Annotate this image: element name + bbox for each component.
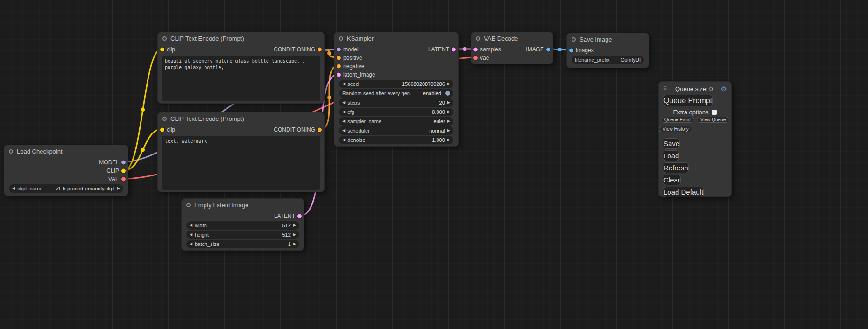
slot-row: negative [334, 62, 458, 70]
settings-gear-icon[interactable]: ⚙ [721, 85, 727, 92]
decrement-icon[interactable]: ◀ [190, 242, 192, 246]
queue-size-label: Queue size: 0 [667, 85, 721, 92]
node-load-checkpoint[interactable]: Load Checkpoint MODEL CLIP VAE ◀ ckpt_na… [4, 145, 128, 196]
view-history-button[interactable]: View History [659, 126, 692, 132]
conditioning-output-dot[interactable] [318, 48, 322, 52]
load-button[interactable]: Load [663, 150, 679, 161]
images-input-dot[interactable] [569, 49, 573, 53]
decrement-icon[interactable]: ◀ [342, 110, 345, 114]
sampler-name-widget[interactable]: ◀ sampler_name euler ▶ [339, 117, 453, 126]
increment-icon[interactable]: ▶ [117, 187, 120, 190]
width-widget[interactable]: ◀ width 512 ▶ [186, 221, 299, 230]
node-clip-text-encode-negative[interactable]: CLIP Text Encode (Prompt) clip CONDITION… [157, 112, 325, 192]
node-title-bar[interactable]: Empty Latent Image [182, 199, 304, 211]
increment-icon[interactable]: ▶ [447, 82, 450, 86]
load-default-button[interactable]: Load Default [663, 187, 704, 197]
clip-input-dot[interactable] [160, 128, 164, 132]
view-queue-button[interactable]: View Queue [697, 117, 729, 123]
cfg-widget[interactable]: ◀ cfg 8.000 ▶ [339, 108, 453, 116]
negative-prompt-textarea[interactable]: text, watermark [162, 136, 320, 190]
decrement-icon[interactable]: ◀ [190, 224, 192, 227]
clear-button[interactable]: Clear [663, 175, 681, 185]
latent-output-dot[interactable] [297, 214, 302, 218]
node-title: Empty Latent Image [194, 202, 248, 209]
graph-canvas[interactable]: { "colors": { "model": "#B39DDB", "clip"… [0, 0, 868, 329]
collapse-dot-icon[interactable] [572, 37, 576, 42]
decrement-icon[interactable]: ◀ [342, 129, 345, 133]
refresh-button[interactable]: Refresh [663, 162, 689, 173]
node-title-bar[interactable]: Save Image [567, 33, 649, 45]
steps-widget[interactable]: ◀ steps 20 ▶ [339, 98, 453, 107]
node-title-bar[interactable]: KSampler [334, 32, 458, 44]
model-input-dot[interactable] [337, 48, 341, 52]
node-title-bar[interactable]: Load Checkpoint [4, 145, 128, 157]
link-midpoint-dot [327, 96, 331, 99]
link-midpoint-dot [558, 48, 562, 51]
latent-output-dot[interactable] [452, 48, 456, 52]
decrement-icon[interactable]: ◀ [342, 138, 345, 142]
increment-icon[interactable]: ▶ [293, 224, 296, 227]
queue-panel: ⠿ Queue size: 0 ⚙ Queue Prompt Extra opt… [658, 81, 732, 197]
collapse-dot-icon[interactable] [162, 117, 167, 121]
node-title: Load Checkpoint [17, 148, 63, 155]
collapse-dot-icon[interactable] [186, 203, 191, 207]
filename-prefix-widget[interactable]: filename_prefix ComfyUI [572, 56, 644, 64]
vae-output-dot[interactable] [121, 177, 126, 182]
node-ksampler[interactable]: KSampler model LATENT positive negative … [334, 32, 459, 147]
node-empty-latent-image[interactable]: Empty Latent Image LATENT ◀ width 512 ▶ … [181, 198, 304, 251]
widget-value: 20 [439, 100, 445, 105]
widget-label: Random seed after every gen [342, 91, 410, 96]
denoise-widget[interactable]: ◀ denoise 1.000 ▶ [339, 136, 453, 144]
image-output-dot[interactable] [546, 48, 550, 52]
queue-prompt-button[interactable]: Queue Prompt [663, 95, 713, 106]
increment-icon[interactable]: ▶ [447, 101, 450, 105]
save-button[interactable]: Save [663, 138, 680, 149]
widget-value: normal [429, 128, 445, 133]
latent-image-input-dot[interactable] [337, 73, 341, 77]
node-title-bar[interactable]: CLIP Text Encode (Prompt) [158, 32, 324, 44]
conditioning-output-dot[interactable] [318, 128, 322, 132]
ckpt-name-widget[interactable]: ◀ ckpt_name v1-5-pruned-emaonly.ckpt ▶ [9, 184, 123, 193]
increment-icon[interactable]: ▶ [293, 242, 296, 246]
node-title: CLIP Text Encode (Prompt) [170, 115, 244, 122]
negative-input-dot[interactable] [337, 64, 341, 69]
increment-icon[interactable]: ▶ [447, 119, 450, 123]
batch-size-widget[interactable]: ◀ batch_size 1 ▶ [186, 240, 299, 248]
height-widget[interactable]: ◀ height 512 ▶ [186, 231, 299, 239]
node-title-bar[interactable]: CLIP Text Encode (Prompt) [158, 112, 324, 125]
collapse-dot-icon[interactable] [162, 36, 167, 41]
seed-widget[interactable]: ◀ seed 156680208700286 ▶ [339, 80, 453, 88]
scheduler-widget[interactable]: ◀ scheduler normal ▶ [339, 126, 453, 135]
collapse-dot-icon[interactable] [339, 36, 343, 41]
vae-input-dot[interactable] [473, 56, 478, 60]
decrement-icon[interactable]: ◀ [12, 187, 15, 190]
queue-actions-row: Queue Front View Queue [659, 117, 731, 123]
increment-icon[interactable]: ▶ [447, 138, 450, 142]
random-seed-toggle-widget[interactable]: Random seed after every gen enabled [339, 89, 453, 98]
increment-icon[interactable]: ▶ [293, 233, 296, 237]
increment-icon[interactable]: ▶ [447, 110, 450, 114]
samples-input-dot[interactable] [473, 48, 478, 52]
widget-label: seed [347, 81, 359, 87]
clip-input-dot[interactable] [160, 48, 164, 52]
clip-output-dot[interactable] [121, 169, 126, 173]
decrement-icon[interactable]: ◀ [190, 233, 192, 237]
collapse-dot-icon[interactable] [476, 36, 480, 41]
model-output-dot[interactable] [121, 161, 126, 165]
node-clip-text-encode-positive[interactable]: CLIP Text Encode (Prompt) clip CONDITION… [157, 32, 325, 104]
collapse-dot-icon[interactable] [9, 149, 13, 154]
queue-front-button[interactable]: Queue Front [661, 117, 694, 123]
slot-row: clip CONDITIONING [158, 45, 324, 54]
node-title-bar[interactable]: VAE Decode [471, 32, 553, 44]
positive-prompt-textarea[interactable]: beautiful scenery nature glass bottle la… [162, 56, 320, 101]
toggle-indicator-icon[interactable] [445, 91, 450, 96]
increment-icon[interactable]: ▶ [447, 129, 450, 133]
extra-options-checkbox[interactable] [712, 110, 717, 115]
node-vae-decode[interactable]: VAE Decode samples IMAGE vae [471, 32, 553, 64]
positive-input-dot[interactable] [337, 56, 341, 60]
decrement-icon[interactable]: ◀ [342, 101, 345, 105]
node-save-image[interactable]: Save Image images filename_prefix ComfyU… [566, 33, 649, 68]
decrement-icon[interactable]: ◀ [342, 119, 345, 123]
decrement-icon[interactable]: ◀ [342, 82, 345, 86]
drag-handle-icon[interactable]: ⠿ [663, 85, 667, 92]
